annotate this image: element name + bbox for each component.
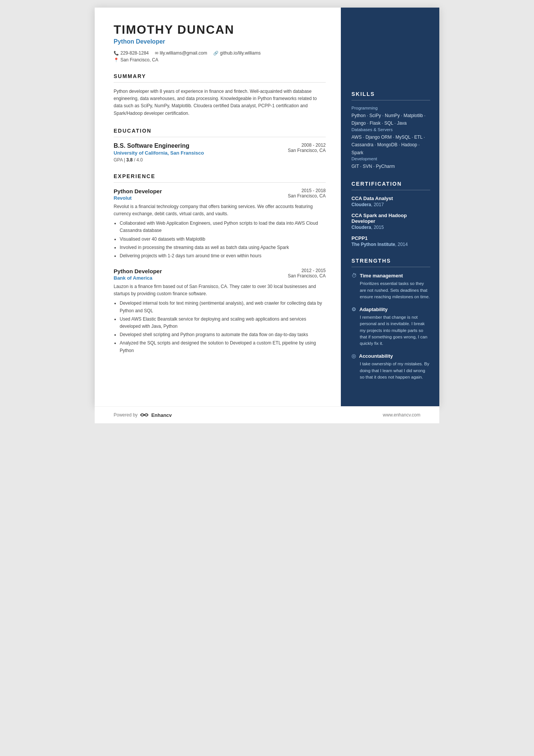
job-1-dates: 2015 - 2018 San Francisco, CA [288,188,326,199]
strength-1-title-row: ⏱ Time management [351,272,430,279]
certification-title: CERTIFICATION [351,181,430,187]
strength-2-title-row: ⚙ Adaptability [351,306,430,312]
footer: Powered by Enhancv www.enhancv.com [95,406,439,423]
candidate-title: Python Developer [114,38,326,45]
skills-title: SKILLS [351,91,430,97]
education-section: EDUCATION B.S. Software Engineering Univ… [114,128,326,163]
strengths-title: STRENGTHS [351,258,430,264]
job-2-bullet-1: Developed internal tools for text mining… [120,300,326,314]
skills-section: SKILLS Programming Python · SciPy · NumP… [351,91,430,170]
email-icon: ✉ [155,51,158,56]
right-column: SKILLS Programming Python · SciPy · NumP… [341,8,439,406]
job-1-header: Python Developer Revolut 2015 - 2018 San… [114,188,326,201]
job-2-bullets: Developed internal tools for text mining… [114,300,326,354]
footer-logo: Powered by Enhancv [114,412,172,418]
strength-3: ◎ Accountability I take ownership of my … [351,353,430,380]
job-2-desc: Lauzon is a finance firm based out of Sa… [114,283,326,297]
location-contact: 📍 San Francisco, CA [114,57,158,63]
edu-degree: B.S. Software Engineering [114,142,204,149]
job-2-bullet-2: Used AWS Elastic Beanstalk service for d… [120,316,326,330]
education-divider [114,137,326,137]
github-value: github.io/lily.williams [220,50,261,56]
skill-cat-1-label: Programming [351,106,430,110]
job-2-years: 2012 - 2015 [288,268,326,273]
job-2-left: Python Developer Bank of America [114,268,162,281]
job-1-bullet-4: Delivering projects with 1-2 days turn a… [120,252,326,260]
cert-1: CCA Data Analyst Cloudera, 2017 [351,196,430,207]
job-1-bullets: Collaborated with Web Application Engine… [114,220,326,260]
edu-school: University of California, San Fransisco [114,150,204,156]
powered-by-text: Powered by [114,412,137,418]
job-1-bullet-2: Visualised over 40 datasets with Matplot… [120,236,326,243]
experience-title: EXPERIENCE [114,173,326,179]
contact-row: 📞 229-828-1284 ✉ lily.williams@gmail.com… [114,50,326,56]
education-left: B.S. Software Engineering University of … [114,142,204,163]
job-2-title: Python Developer [114,268,162,274]
job-1-company: Revolut [114,195,162,201]
strength-3-name: Accountability [359,353,393,359]
strength-2-name: Adaptability [359,307,387,312]
email-contact: ✉ lily.williams@gmail.com [155,50,207,56]
gpa-label: GPA | [114,157,125,163]
cert-1-year: 2017 [374,202,384,207]
job-2-bullet-3: Developed shell scripting and Python pro… [120,331,326,338]
skills-divider [351,100,430,100]
strengths-divider [351,267,430,267]
skill-cat-1: Programming Python · SciPy · NumPy · Mat… [351,106,430,127]
header: TIMOTHY DUNCAN Python Developer 📞 229-82… [114,23,326,63]
skill-cat-3-items: GIT · SVN · PyCharm [351,163,430,170]
phone-value: 229-828-1284 [120,50,149,56]
job-2-header: Python Developer Bank of America 2012 - … [114,268,326,281]
job-1-location: San Francisco, CA [288,193,326,199]
cert-3-issuer-name: The Python Institute [351,242,395,247]
strength-3-icon: ◎ [351,353,356,359]
footer-website: www.enhancv.com [383,412,420,418]
gpa-max: / 4.0 [134,157,143,163]
skill-cat-2-items: AWS · Django ORM · MySQL · ETL · Cassand… [351,133,430,157]
experience-divider [114,182,326,183]
certification-divider [351,190,430,190]
cert-2-name: CCA Spark and Hadoop Developer [351,213,430,224]
cert-2-issuer: Cloudera, 2015 [351,225,430,230]
experience-section: EXPERIENCE Python Developer Revolut 2015… [114,173,326,354]
summary-divider [114,82,326,83]
brand-name: Enhancv [151,412,172,418]
left-column: TIMOTHY DUNCAN Python Developer 📞 229-82… [95,8,341,406]
job-1-bullet-3: Involved in processing the streaming dat… [120,244,326,251]
job-1-title: Python Developer [114,188,162,194]
strength-2: ⚙ Adaptability I remember that change is… [351,306,430,347]
skill-cat-1-items: Python · SciPy · NumPy · Matplotlib · Dj… [351,112,430,127]
cert-1-issuer: Cloudera, 2017 [351,202,430,207]
certification-section: CERTIFICATION CCA Data Analyst Cloudera,… [351,181,430,247]
strength-1-icon: ⏱ [351,272,357,279]
strength-3-desc: I take ownership of my mistakes. By doin… [351,361,430,380]
job-1-bullet-1: Collaborated with Web Application Engine… [120,220,326,234]
job-1: Python Developer Revolut 2015 - 2018 San… [114,188,326,260]
education-right: 2008 - 2012 San Francisco, CA [288,142,326,153]
job-1-desc: Revolut is a financial technology compan… [114,203,326,218]
edu-years: 2008 - 2012 [288,142,326,148]
summary-text: Python developer with 8 years of experie… [114,88,326,117]
email-value: lily.williams@gmail.com [160,50,207,56]
job-2-company: Bank of America [114,275,162,281]
enhancv-logo-icon [140,412,149,418]
link-icon: 🔗 [213,51,219,56]
job-2-location: San Francisco, CA [288,273,326,279]
edu-gpa: GPA | 3.8 / 4.0 [114,157,204,163]
job-1-years: 2015 - 2018 [288,188,326,193]
location-icon: 📍 [114,58,119,63]
skill-cat-2: Databases & Servers AWS · Django ORM · M… [351,127,430,157]
cert-3-year: 2014 [398,242,408,247]
location-row: 📍 San Francisco, CA [114,57,326,63]
skill-cat-3-label: Development [351,157,430,161]
cert-3-name: PCPP1 [351,235,430,241]
phone-contact: 📞 229-828-1284 [114,50,149,56]
strength-1-name: Time management [360,273,403,279]
candidate-name: TIMOTHY DUNCAN [114,23,326,37]
edu-location: San Francisco, CA [288,148,326,153]
cert-1-name: CCA Data Analyst [351,196,430,201]
strengths-section: STRENGTHS ⏱ Time management Prioritizes … [351,258,430,380]
cert-2-issuer-name: Cloudera [351,225,371,230]
cert-1-issuer-name: Cloudera [351,202,371,207]
github-contact: 🔗 github.io/lily.williams [213,50,261,56]
